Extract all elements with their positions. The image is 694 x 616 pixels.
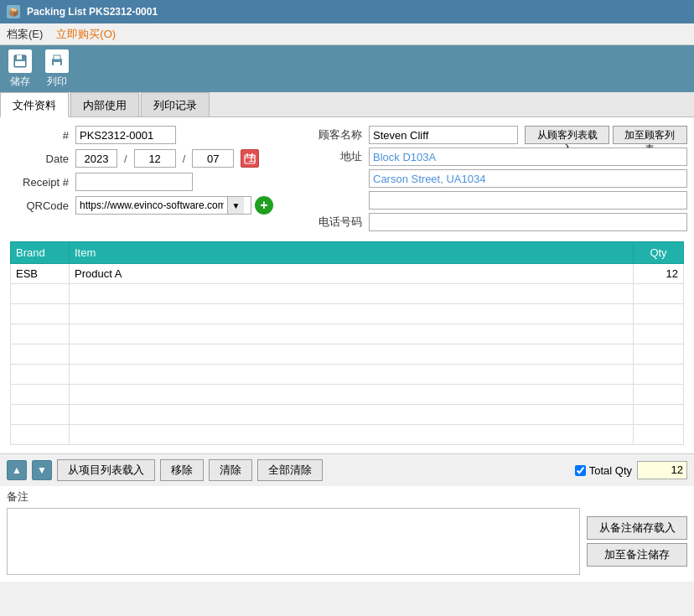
form-right: 顾客名称 从顾客列表载入 加至顾客列表 地址 (312, 126, 687, 235)
address-row-3 (312, 191, 687, 210)
date-row: Date / / 12 (10, 149, 295, 168)
qr-label: QRCode (10, 199, 69, 212)
cell-qty (634, 365, 684, 385)
cell-item (70, 304, 634, 324)
col-item: Item (70, 242, 634, 264)
cell-qty: 12 (634, 264, 684, 284)
total-qty-section: Total Qty 12 (575, 461, 687, 479)
table-row (11, 405, 684, 425)
tab-file-info[interactable]: 文件资料 (0, 92, 69, 117)
cell-qty (634, 405, 684, 425)
table-row (11, 365, 684, 385)
cell-brand (11, 425, 70, 445)
phone-label: 电话号码 (312, 215, 362, 230)
customer-name-input[interactable] (369, 126, 518, 144)
receipt-input[interactable] (75, 173, 193, 191)
date-month-input[interactable] (134, 149, 176, 168)
receipt-label: Receipt # (10, 176, 69, 189)
notes-textarea[interactable] (7, 508, 580, 575)
save-label: 储存 (10, 75, 30, 89)
tab-internal[interactable]: 内部使用 (70, 92, 139, 116)
cell-brand: ESB (11, 264, 70, 284)
save-icon (8, 49, 32, 73)
cell-brand (11, 304, 70, 324)
qr-input[interactable] (76, 199, 227, 211)
cell-item (70, 405, 634, 425)
table-row (11, 304, 684, 324)
table-row: ESB Product A 12 (11, 264, 684, 284)
main-content: # Date / / 12 (0, 117, 694, 453)
print-label: 列印 (47, 75, 67, 89)
menu-file[interactable]: 档案(E) (7, 27, 43, 42)
svg-text:12: 12 (248, 153, 256, 164)
svg-rect-1 (17, 55, 22, 60)
tabs-bar: 文件资料 内部使用 列印记录 (0, 92, 694, 117)
cell-qty (634, 425, 684, 445)
qr-dropdown-btn[interactable]: ▼ (227, 197, 244, 214)
title-bar: 📦 Packing List PKS2312-0001 (0, 0, 694, 23)
cell-qty (634, 344, 684, 365)
print-button[interactable]: 列印 (45, 49, 69, 89)
load-from-items-button[interactable]: 从项目列表载入 (57, 459, 155, 481)
phone-input[interactable] (369, 213, 687, 231)
notes-label: 备注 (7, 489, 687, 505)
svg-rect-4 (54, 55, 60, 60)
toolbar: 储存 列印 (0, 45, 694, 92)
col-qty: Qty (634, 242, 684, 264)
cell-item: Product A (70, 264, 634, 284)
doc-number-row: # (10, 126, 295, 144)
svg-rect-5 (54, 62, 60, 66)
date-day-input[interactable] (192, 149, 234, 168)
cell-brand (11, 284, 70, 304)
address-row-2 (312, 169, 687, 188)
qr-row: QRCode ▼ + (10, 196, 295, 215)
clear-button[interactable]: 清除 (209, 459, 252, 481)
cell-item (70, 344, 634, 365)
calendar-icon[interactable]: 12 (241, 149, 259, 168)
cell-qty (634, 284, 684, 304)
cell-item (70, 365, 634, 385)
table-row (11, 425, 684, 445)
move-up-button[interactable]: ▲ (7, 460, 27, 480)
notes-section: 备注 从备注储存载入 加至备注储存 (0, 486, 694, 582)
cell-brand (11, 344, 70, 365)
save-button[interactable]: 储存 (8, 49, 32, 89)
qr-add-button[interactable]: + (255, 196, 273, 215)
bottom-toolbar: ▲ ▼ 从项目列表载入 移除 清除 全部清除 Total Qty 12 (0, 453, 694, 486)
remove-button[interactable]: 移除 (160, 459, 204, 481)
table-row (11, 284, 684, 304)
customer-label: 顾客名称 (312, 127, 362, 142)
menu-bar: 档案(E) 立即购买(O) (0, 23, 694, 45)
table-row (11, 385, 684, 405)
print-icon (45, 49, 69, 73)
address-line1-input[interactable] (369, 148, 687, 166)
tab-print-log[interactable]: 列印记录 (141, 92, 210, 116)
notes-area: 从备注储存载入 加至备注储存 (7, 508, 687, 575)
date-year-input[interactable] (75, 149, 117, 168)
add-to-list-button[interactable]: 加至顾客列表 (613, 126, 687, 144)
cell-brand (11, 405, 70, 425)
address-line3-input[interactable] (369, 191, 687, 210)
address-row-1: 地址 (312, 148, 687, 166)
window-title: Packing List PKS2312-0001 (27, 6, 158, 18)
phone-row: 电话号码 (312, 213, 687, 231)
load-from-list-button[interactable]: 从顾客列表载入 (525, 126, 609, 144)
cell-qty (634, 385, 684, 405)
cell-brand (11, 385, 70, 405)
date-label: Date (10, 153, 69, 165)
menu-buy-now[interactable]: 立即购买(O) (56, 27, 116, 42)
address-line2-input[interactable] (369, 169, 687, 188)
add-to-memo-button[interactable]: 加至备注储存 (587, 543, 687, 567)
cell-qty (634, 304, 684, 324)
customer-name-row: 顾客名称 从顾客列表载入 加至顾客列表 (312, 126, 687, 144)
cell-qty (634, 324, 684, 344)
doc-number-input[interactable] (75, 126, 176, 144)
clear-all-button[interactable]: 全部清除 (257, 459, 323, 481)
cell-brand (11, 365, 70, 385)
address-label: 地址 (312, 149, 362, 164)
load-from-memo-button[interactable]: 从备注储存载入 (587, 516, 687, 540)
table-row (11, 344, 684, 365)
total-qty-checkbox[interactable] (575, 465, 586, 476)
total-qty-checkbox-label[interactable]: Total Qty (575, 464, 632, 477)
move-down-button[interactable]: ▼ (32, 460, 52, 480)
